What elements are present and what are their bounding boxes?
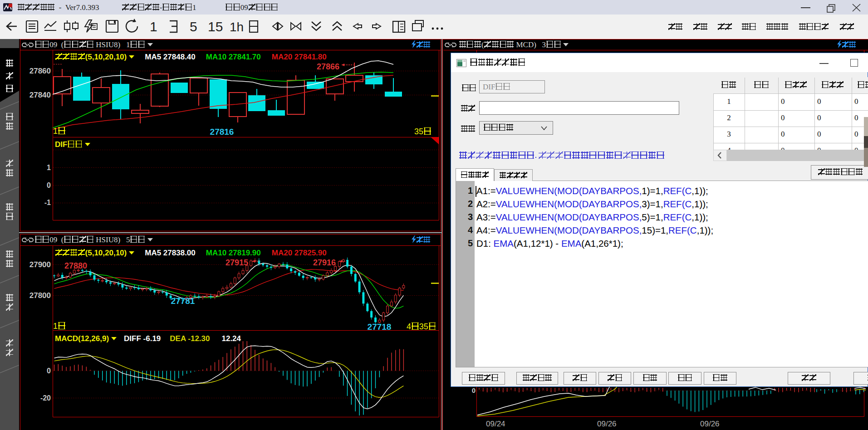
svg-text:27900: 27900 — [29, 260, 51, 269]
svg-text:27781: 27781 — [171, 296, 195, 306]
svg-text:15: 15 — [208, 19, 223, 34]
svg-text:1: 1 — [47, 164, 51, 171]
svg-text:27866: 27866 — [317, 62, 339, 71]
svg-text:0: 0 — [47, 367, 51, 375]
svg-text:27915: 27915 — [226, 258, 248, 267]
svg-text:27718: 27718 — [368, 322, 392, 332]
svg-text:27800: 27800 — [29, 291, 51, 300]
svg-text:0: 0 — [472, 386, 476, 394]
svg-text:09/24: 09/24 — [486, 420, 505, 428]
svg-text:27860: 27860 — [29, 67, 51, 75]
svg-text:1h: 1h — [230, 20, 244, 34]
svg-text:0: 0 — [47, 181, 51, 189]
svg-text:27880: 27880 — [64, 261, 87, 270]
svg-text:5: 5 — [190, 19, 197, 34]
svg-text:1: 1 — [150, 19, 157, 34]
svg-text:27816: 27816 — [210, 127, 234, 137]
svg-text:-20: -20 — [40, 394, 51, 402]
svg-text:09/26: 09/26 — [700, 420, 720, 428]
svg-text:-1: -1 — [44, 199, 51, 206]
svg-text:09/26: 09/26 — [597, 420, 617, 428]
svg-text:27840: 27840 — [29, 91, 51, 99]
svg-text:27916: 27916 — [313, 258, 336, 267]
